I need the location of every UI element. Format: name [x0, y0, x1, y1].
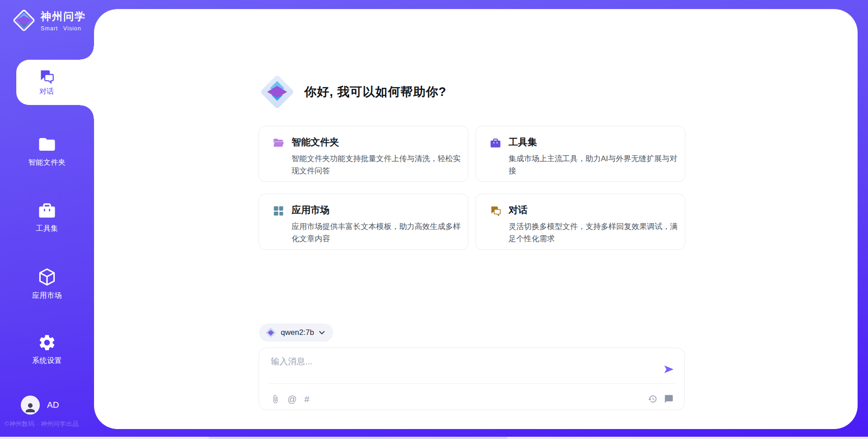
sidebar-item-settings[interactable]: 系统设置 [0, 333, 94, 366]
hash-icon[interactable]: # [304, 394, 309, 404]
tab-fillet-top [80, 46, 94, 60]
sidebar-item-toolset[interactable]: 工具集 [0, 201, 94, 234]
tab-fillet-bottom [80, 105, 94, 119]
user-account[interactable]: AD [21, 396, 59, 415]
card-title: 智能文件夹 [292, 136, 463, 148]
brand-text: 神州问学 Smart Vision [41, 10, 86, 32]
sidebar-item-label: 对话 [39, 87, 54, 96]
card-title: 对话 [509, 204, 680, 216]
history-icon[interactable] [648, 394, 657, 404]
brand-logo-icon [12, 8, 36, 33]
send-button[interactable] [662, 363, 675, 376]
model-selector[interactable]: qwen2:7b [259, 324, 333, 342]
scrollbar-thumb[interactable] [209, 437, 507, 439]
card-body: 智能文件夹 智能文件夹功能支持批量文件上传与清洗，轻松实现文件问答 [292, 136, 463, 181]
card-description: 灵活切换多模型文件，支持多样回复效果调试，满足个性化需求 [509, 220, 680, 245]
greeting-title: 你好, 我可以如何帮助你? [304, 84, 447, 100]
assistant-logo-icon [260, 75, 294, 109]
chat-bubbles-icon [38, 69, 55, 84]
card-body: 应用市场 应用市场提供丰富长文本模板，助力高效生成多样化文章内容 [292, 204, 463, 249]
sidebar-item-label: 应用市场 [32, 291, 62, 301]
person-icon [24, 401, 37, 415]
send-icon [663, 363, 675, 375]
greeting: 你好, 我可以如何帮助你? [260, 75, 447, 109]
card-title: 工具集 [509, 136, 680, 148]
composer-tools-right [648, 394, 674, 404]
brand-subtitle: Smart Vision [41, 25, 86, 32]
toolbox-icon [38, 201, 57, 220]
card-body: 对话 灵活切换多模型文件，支持多样回复效果调试，满足个性化需求 [509, 204, 680, 249]
card-description: 集成市场上主流工具，助力AI与外界无缝扩展与对接 [509, 153, 680, 177]
app-screen: 神州问学 Smart Vision 对话 智能文件夹 工具集 [0, 0, 868, 439]
brand-name: 神州问学 [41, 10, 86, 24]
brand: 神州问学 Smart Vision [12, 8, 86, 33]
feature-cards: 智能文件夹 智能文件夹功能支持批量文件上传与清洗，轻松实现文件问答 工具集 集成… [259, 126, 685, 250]
message-composer: @ # [259, 348, 685, 410]
paperclip-icon[interactable] [271, 395, 280, 404]
folder-open-icon [273, 137, 284, 149]
card-toolset[interactable]: 工具集 集成市场上主流工具，助力AI与外界无缝扩展与对接 [476, 126, 685, 182]
model-diamond-icon [265, 327, 276, 338]
main-panel: 你好, 我可以如何帮助你? 智能文件夹 智能文件夹功能支持批量文件上传与清洗，轻… [94, 9, 858, 429]
card-app-market[interactable]: 应用市场 应用市场提供丰富长文本模板，助力高效生成多样化文章内容 [259, 194, 468, 250]
sidebar: 神州问学 Smart Vision 对话 智能文件夹 工具集 [0, 0, 94, 439]
card-description: 智能文件夹功能支持批量文件上传与清洗，轻松实现文件问答 [292, 153, 463, 177]
chat-square-icon[interactable] [664, 394, 674, 404]
user-initials: AD [47, 400, 59, 410]
horizontal-scrollbar[interactable] [0, 437, 868, 439]
sidebar-item-label: 工具集 [36, 224, 58, 234]
composer-tools-left: @ # [271, 394, 309, 404]
mention-icon[interactable]: @ [288, 394, 297, 404]
card-smart-folder[interactable]: 智能文件夹 智能文件夹功能支持批量文件上传与清洗，轻松实现文件问答 [259, 126, 468, 182]
folder-icon [38, 135, 57, 154]
card-chat[interactable]: 对话 灵活切换多模型文件，支持多样回复效果调试，满足个性化需求 [476, 194, 685, 250]
message-input[interactable] [271, 356, 642, 379]
grid-tiles-icon [273, 205, 284, 217]
sidebar-item-smart-folder[interactable]: 智能文件夹 [0, 135, 94, 167]
sidebar-item-label: 系统设置 [32, 356, 62, 366]
card-title: 应用市场 [292, 204, 463, 216]
model-name: qwen2:7b [281, 328, 314, 337]
briefcase-icon [490, 137, 501, 149]
card-body: 工具集 集成市场上主流工具，助力AI与外界无缝扩展与对接 [509, 136, 680, 181]
gear-icon [38, 333, 57, 352]
cube-icon [37, 267, 57, 287]
avatar [21, 396, 40, 415]
composer-divider [269, 383, 675, 384]
sidebar-item-chat[interactable]: 对话 [16, 60, 94, 105]
card-description: 应用市场提供丰富长文本模板，助力高效生成多样化文章内容 [292, 220, 463, 245]
sidebar-item-app-market[interactable]: 应用市场 [0, 267, 94, 301]
copyright: ©神州数码 · 神州问学出品 [5, 420, 95, 428]
chevron-down-icon [319, 330, 325, 335]
sidebar-item-label: 智能文件夹 [28, 158, 66, 167]
chat-bubbles-icon [490, 205, 501, 217]
